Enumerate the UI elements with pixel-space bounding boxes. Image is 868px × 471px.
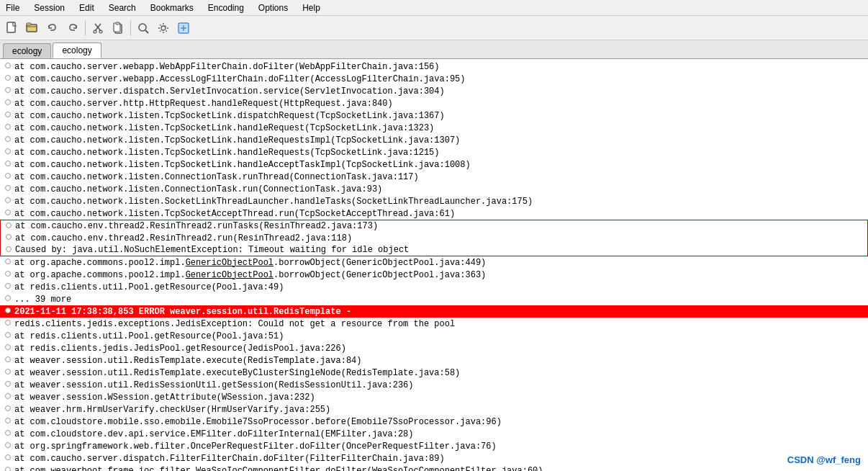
line-text: at weaver.session.WSession.getAttribute(… bbox=[14, 392, 865, 403]
line-gutter bbox=[3, 405, 13, 413]
log-line: at com.caucho.server.dispatch.ServletInv… bbox=[0, 85, 868, 97]
line-text: at redis.clients.jedis.JedisPool.getReso… bbox=[14, 344, 865, 354]
open-button[interactable] bbox=[23, 19, 42, 37]
line-text: at com.caucho.server.webapp.AccessLogFil… bbox=[14, 74, 865, 84]
line-gutter bbox=[3, 442, 13, 450]
log-line: at com.caucho.env.thread2.ResinThread2.r… bbox=[0, 220, 868, 232]
toolbar-separator-2 bbox=[130, 20, 131, 36]
line-text: at org.apache.commons.pool2.impl.Generic… bbox=[14, 258, 865, 268]
line-text: at com.weaverboot.frame.ioc.filter.WeaSs… bbox=[14, 466, 865, 472]
svg-point-10 bbox=[139, 24, 146, 31]
line-text: at com.caucho.env.thread2.ResinThread2.r… bbox=[15, 221, 864, 231]
line-gutter bbox=[3, 99, 13, 107]
log-content: at com.caucho.server.webapp.WebAppFilter… bbox=[0, 59, 868, 471]
log-line: at com.caucho.network.listen.ConnectionT… bbox=[0, 171, 868, 183]
line-text: at com.caucho.network.listen.TcpSocketLi… bbox=[14, 135, 865, 145]
log-line: at com.caucho.network.listen.TcpSocketLi… bbox=[0, 134, 868, 146]
line-gutter bbox=[3, 173, 13, 181]
menu-file[interactable]: File bbox=[3, 2, 22, 14]
line-gutter bbox=[3, 356, 13, 364]
log-line: at weaver.session.util.RedisTemplate.exe… bbox=[0, 354, 868, 367]
line-gutter bbox=[3, 87, 13, 95]
line-text: at weaver.session.util.RedisTemplate.exe… bbox=[14, 356, 865, 366]
line-gutter bbox=[3, 454, 13, 462]
tab-ecology-1[interactable]: ecology bbox=[3, 43, 51, 58]
line-text: at weaver.hrm.HrmUserVarify.checkUser(Hr… bbox=[14, 405, 865, 415]
line-text: at redis.clients.util.Pool.getResource(P… bbox=[14, 331, 865, 341]
tabs-bar: ecology ecology bbox=[0, 40, 868, 59]
find-button[interactable] bbox=[134, 19, 153, 37]
line-gutter bbox=[3, 344, 13, 352]
svg-rect-2 bbox=[27, 23, 31, 25]
menu-search[interactable]: Search bbox=[106, 2, 139, 14]
log-line: 2021-11-11 17:38:38,853 ERROR weaver.ses… bbox=[0, 305, 868, 318]
line-text: at com.caucho.network.listen.TcpSocketLi… bbox=[14, 160, 865, 170]
log-line: at com.cloudstore.mobile.sso.emobile.Emo… bbox=[0, 416, 868, 428]
log-line: at org.apache.commons.pool2.impl.Generic… bbox=[0, 269, 868, 281]
line-text: at com.caucho.network.listen.ConnectionT… bbox=[14, 172, 865, 182]
log-line: at com.caucho.env.thread2.ResinThread2.r… bbox=[0, 232, 868, 244]
line-gutter bbox=[3, 112, 13, 120]
line-gutter bbox=[3, 75, 13, 83]
line-gutter bbox=[3, 271, 13, 279]
menu-encoding[interactable]: Encoding bbox=[205, 2, 247, 14]
line-gutter bbox=[3, 369, 13, 377]
line-text: redis.clients.jedis.exceptions.JedisExce… bbox=[14, 319, 865, 329]
menu-bookmarks[interactable]: Bookmarks bbox=[148, 2, 196, 14]
line-gutter bbox=[3, 197, 13, 205]
line-gutter bbox=[3, 467, 13, 471]
line-text: at weaver.session.util.RedisSessionUtil.… bbox=[14, 380, 865, 390]
log-line: at com.caucho.network.listen.TcpSocketAc… bbox=[0, 207, 868, 220]
line-text: at com.caucho.server.http.HttpRequest.ha… bbox=[14, 99, 865, 109]
log-line: at com.caucho.server.http.HttpRequest.ha… bbox=[0, 97, 868, 109]
menubar: File Session Edit Search Bookmarks Encod… bbox=[0, 0, 868, 16]
menu-edit[interactable]: Edit bbox=[76, 2, 97, 14]
line-text: at com.caucho.network.listen.TcpSocketAc… bbox=[14, 209, 865, 219]
log-line: at weaver.session.util.RedisSessionUtil.… bbox=[0, 379, 868, 391]
log-line: at redis.clients.util.Pool.getResource(P… bbox=[0, 281, 868, 293]
line-text: at com.caucho.network.listen.ConnectionT… bbox=[14, 184, 865, 194]
line-text: at com.caucho.network.listen.TcpSocketLi… bbox=[14, 123, 865, 133]
log-line: at com.weaverboot.frame.ioc.filter.WeaSs… bbox=[0, 465, 868, 471]
log-line: at weaver.session.util.RedisTemplate.exe… bbox=[0, 367, 868, 379]
log-line: at com.caucho.network.listen.TcpSocketLi… bbox=[0, 109, 868, 122]
log-area[interactable]: at com.caucho.server.webapp.WebAppFilter… bbox=[0, 59, 868, 471]
line-text: at weaver.session.util.RedisTemplate.exe… bbox=[14, 368, 865, 378]
menu-session[interactable]: Session bbox=[31, 2, 68, 14]
line-gutter bbox=[3, 308, 13, 315]
line-text: ... 39 more bbox=[14, 295, 865, 305]
line-gutter bbox=[3, 393, 13, 401]
log-line: at weaver.hrm.HrmUserVarify.checkUser(Hr… bbox=[0, 403, 868, 416]
svg-rect-9 bbox=[116, 22, 119, 24]
line-gutter bbox=[3, 63, 13, 71]
menu-options[interactable]: Options bbox=[256, 2, 291, 14]
line-text: at org.apache.commons.pool2.impl.Generic… bbox=[14, 270, 865, 280]
paste-button[interactable] bbox=[109, 19, 127, 37]
log-line: at com.caucho.network.listen.SocketLinkT… bbox=[0, 195, 868, 207]
line-text: 2021-11-11 17:38:38,853 ERROR weaver.ses… bbox=[14, 307, 865, 317]
line-text: at com.caucho.env.thread2.ResinThread2.r… bbox=[15, 233, 864, 243]
line-text: at com.cloudstore.mobile.sso.emobile.Emo… bbox=[14, 417, 865, 427]
log-line: at com.caucho.network.listen.TcpSocketLi… bbox=[0, 122, 868, 134]
log-line: at com.caucho.network.listen.TcpSocketLi… bbox=[0, 158, 868, 171]
line-gutter bbox=[3, 430, 13, 438]
new-file-button[interactable] bbox=[3, 19, 22, 37]
line-gutter bbox=[3, 332, 13, 340]
line-text: at com.caucho.network.listen.TcpSocketLi… bbox=[14, 148, 865, 158]
line-gutter bbox=[4, 223, 14, 230]
line-gutter bbox=[3, 161, 13, 169]
tab-ecology-2[interactable]: ecology bbox=[53, 42, 101, 58]
log-line: at org.apache.commons.pool2.impl.Generic… bbox=[0, 256, 868, 269]
svg-point-5 bbox=[94, 30, 96, 33]
redo-button[interactable] bbox=[63, 19, 82, 37]
log-line: at com.caucho.server.webapp.WebAppFilter… bbox=[0, 60, 868, 73]
extra-button[interactable] bbox=[174, 19, 193, 37]
cut-button[interactable] bbox=[89, 19, 107, 37]
undo-button[interactable] bbox=[43, 19, 62, 37]
line-gutter bbox=[3, 259, 13, 266]
menu-help[interactable]: Help bbox=[299, 2, 323, 14]
log-line: at com.caucho.network.listen.ConnectionT… bbox=[0, 183, 868, 195]
line-text: Caused by: java.util.NoSuchElementExcept… bbox=[15, 245, 864, 255]
line-gutter bbox=[3, 210, 13, 217]
settings-button[interactable] bbox=[154, 19, 173, 37]
